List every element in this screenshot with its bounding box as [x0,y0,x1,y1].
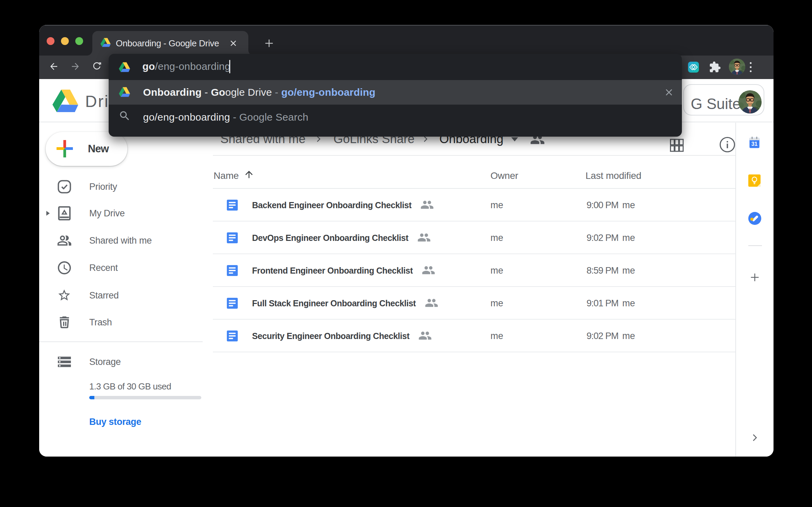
svg-text:31: 31 [751,141,758,147]
